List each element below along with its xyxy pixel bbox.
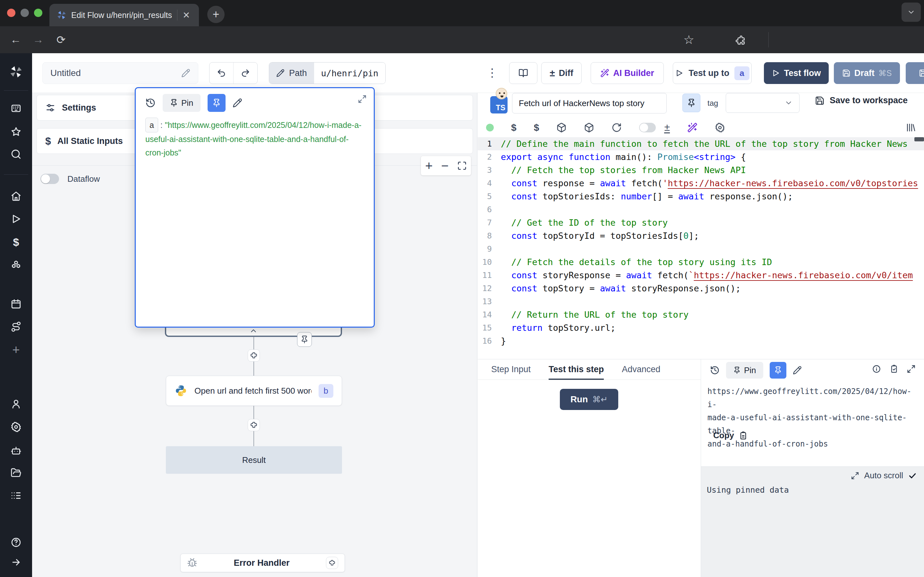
sidebar-item-variables[interactable]: $ — [13, 236, 19, 248]
copy-button[interactable]: Copy — [713, 430, 748, 440]
sidebar-item-favorites[interactable] — [11, 126, 21, 137]
library-icon[interactable] — [906, 122, 916, 133]
sidebar-item-logs[interactable] — [11, 490, 21, 501]
window-close-button[interactable] — [7, 9, 15, 17]
save-to-workspace-button[interactable]: Save to workspace — [815, 95, 908, 105]
tab-step-input[interactable]: Step Input — [491, 359, 531, 380]
sidebar-divider — [4, 174, 28, 175]
flow-node-b[interactable]: Open url and fetch first 500 words of ..… — [166, 376, 342, 406]
sidebar-item-home[interactable] — [11, 191, 21, 201]
more-options-icon[interactable]: ⋮ — [486, 66, 498, 79]
flow-name: Untitled — [50, 68, 81, 78]
windmill-logo-icon[interactable] — [9, 65, 23, 79]
undo-button[interactable] — [210, 63, 233, 84]
wand-icon — [600, 69, 609, 77]
new-tab-button[interactable]: + — [207, 6, 225, 23]
resources-icon[interactable]: $ — [534, 122, 540, 133]
expand-logs-icon[interactable] — [851, 472, 859, 480]
diff-button[interactable]: ±Diff — [541, 62, 582, 84]
info-icon[interactable] — [872, 364, 881, 374]
flow-name-field[interactable]: Untitled — [42, 62, 198, 84]
package-icon[interactable] — [584, 122, 594, 133]
pinned-json-value: a : "https://www.geoffreylitt.com/2025/0… — [145, 118, 367, 159]
docs-button[interactable] — [509, 62, 537, 84]
tab-close-icon[interactable]: ✕ — [183, 10, 190, 21]
edit-name-icon[interactable] — [181, 69, 190, 77]
error-handler-node[interactable]: Error Handler — [180, 554, 345, 572]
add-step-button[interactable] — [248, 419, 260, 431]
sidebar-item-runs[interactable] — [11, 213, 21, 224]
sidebar-item-schedules[interactable] — [11, 298, 21, 309]
sidebar-collapse-icon[interactable] — [11, 557, 21, 568]
tab-test-this-step[interactable]: Test this step — [549, 359, 604, 380]
redo-button[interactable] — [234, 63, 257, 84]
collapse-node-icon[interactable] — [249, 327, 258, 335]
fit-view-icon[interactable] — [457, 161, 467, 171]
diff-mode-toggle[interactable] — [639, 123, 656, 132]
draft-button[interactable]: Draft ⌘S — [834, 62, 900, 84]
dataflow-toggle[interactable] — [40, 174, 59, 184]
expand-popup-icon[interactable] — [358, 95, 367, 103]
tab-advanced[interactable]: Advanced — [622, 359, 660, 380]
step-pin-button[interactable] — [682, 93, 700, 112]
step-summary-input[interactable]: Fetch url of HackerNews top story — [512, 93, 667, 113]
window-minimize-button[interactable] — [21, 9, 29, 17]
save-icon — [815, 96, 825, 105]
pin-active-button[interactable] — [770, 362, 787, 379]
flow-node-result[interactable]: Result — [166, 446, 342, 474]
script-settings-icon[interactable] — [715, 122, 725, 133]
bookmark-star-icon[interactable]: ☆ — [683, 33, 694, 47]
code-editor[interactable]: 1// Define the main function to fetch th… — [478, 137, 924, 356]
autoscroll-control[interactable]: Auto scroll — [851, 471, 917, 480]
sidebar-item-settings[interactable] — [11, 422, 21, 432]
test-up-to-button[interactable]: Test up to a — [673, 62, 752, 84]
sidebar-item-folders[interactable] — [11, 467, 21, 478]
node-a-pin-badge[interactable] — [297, 332, 312, 347]
bug-icon — [187, 558, 197, 568]
reload-code-icon[interactable] — [612, 122, 622, 133]
deploy-button[interactable]: Deploy — [906, 62, 924, 84]
pin-active-button[interactable] — [208, 94, 226, 112]
history-icon[interactable] — [710, 366, 720, 375]
pin-tab-button[interactable]: Pin — [726, 362, 763, 379]
sidebar-item-search[interactable] — [11, 149, 21, 160]
error-handler-label: Error Handler — [205, 558, 318, 568]
tag-select[interactable] — [726, 93, 800, 113]
sidebar-item-users[interactable] — [11, 398, 21, 409]
window-zoom-button[interactable] — [34, 9, 42, 17]
ai-wand-icon[interactable] — [687, 122, 698, 133]
extensions-icon[interactable] — [735, 35, 746, 45]
sidebar-item-workers[interactable] — [11, 445, 21, 456]
reload-icon[interactable]: ⟳ — [57, 33, 66, 46]
save-icon — [919, 69, 924, 77]
add-error-handler-button[interactable] — [326, 557, 338, 569]
run-button[interactable]: Run ⌘↵ — [560, 389, 618, 410]
path-button[interactable]: Path u/henri/pin — [269, 62, 386, 84]
pin-tab-button[interactable]: Pin — [163, 94, 200, 112]
arg-value: "https://www.geoffreylitt.com/2025/04/12… — [145, 121, 362, 157]
sidebar-item-apps[interactable] — [11, 103, 21, 114]
clipboard-icon[interactable] — [889, 364, 898, 374]
variables-icon[interactable]: $ — [511, 122, 517, 133]
run-shortcut: ⌘↵ — [592, 395, 607, 405]
test-flow-button[interactable]: Test flow — [764, 62, 829, 84]
sidebar-item-resources[interactable] — [11, 260, 21, 271]
add-step-button[interactable] — [248, 350, 260, 362]
node-b-step-badge: b — [318, 384, 333, 398]
tab-search-button[interactable] — [901, 3, 921, 22]
ai-builder-button[interactable]: AI Builder — [591, 62, 664, 84]
popup-header: Pin — [145, 94, 242, 112]
history-icon[interactable] — [145, 98, 156, 108]
edit-pin-icon[interactable] — [233, 98, 242, 108]
plus-minus-icon[interactable]: ± — [664, 122, 670, 133]
browser-tab[interactable]: Edit Flow u/henri/pin_results ✕ — [49, 4, 199, 26]
package-icon[interactable] — [556, 122, 567, 133]
sidebar-item-help[interactable] — [11, 537, 21, 548]
editor-scrollbar[interactable] — [914, 137, 924, 141]
edit-pin-icon[interactable] — [793, 366, 802, 375]
forward-icon[interactable]: → — [33, 33, 44, 46]
expand-result-icon[interactable] — [907, 364, 916, 374]
sidebar-item-add[interactable]: + — [12, 343, 19, 357]
back-icon[interactable]: ← — [10, 33, 21, 46]
sidebar-item-flows[interactable] — [11, 321, 21, 332]
